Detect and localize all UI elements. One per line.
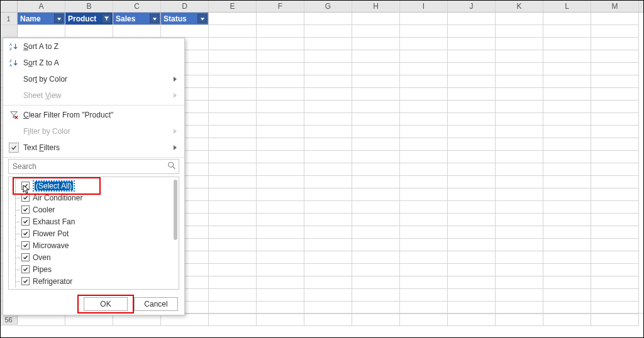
empty-cell[interactable] [257,302,304,314]
empty-cell[interactable] [257,163,304,176]
empty-cell[interactable] [352,176,400,188]
empty-cell[interactable] [352,138,400,151]
empty-cell[interactable] [18,313,65,326]
empty-cell[interactable] [591,302,639,314]
empty-cell[interactable] [257,289,304,302]
empty-cell[interactable] [543,63,591,75]
col-header[interactable]: M [591,0,639,12]
empty-cell[interactable] [304,239,352,251]
empty-cell[interactable] [591,151,639,163]
empty-cell[interactable] [257,50,304,63]
empty-cell[interactable] [18,25,65,38]
empty-cell[interactable] [400,50,448,63]
empty-cell[interactable] [448,126,496,138]
empty-cell[interactable] [113,313,161,326]
empty-cell[interactable] [257,264,304,276]
filter-value-item[interactable]: Pipes [11,263,179,275]
empty-cell[interactable] [496,126,543,138]
empty-cell[interactable] [496,276,543,289]
empty-cell[interactable] [543,25,591,38]
empty-cell[interactable] [448,188,496,201]
header-cell-product[interactable]: Product [65,13,113,25]
empty-cell[interactable] [591,276,639,289]
empty-cell[interactable] [400,25,448,38]
empty-cell[interactable] [352,201,400,214]
empty-cell[interactable] [400,276,448,289]
empty-cell[interactable] [352,151,400,163]
empty-cell[interactable] [304,101,352,113]
col-header[interactable]: E [209,0,257,12]
empty-cell[interactable] [543,214,591,226]
empty-cell[interactable] [209,101,257,113]
empty-cell[interactable] [591,88,639,101]
empty-cell[interactable] [448,302,496,314]
empty-cell[interactable] [304,25,352,38]
select-all-corner[interactable] [0,0,18,12]
empty-cell[interactable] [257,201,304,214]
empty-cell[interactable] [496,25,543,38]
empty-cell[interactable] [304,113,352,126]
empty-cell[interactable] [543,176,591,188]
empty-cell[interactable] [448,239,496,251]
empty-cell[interactable] [257,151,304,163]
empty-cell[interactable] [496,264,543,276]
empty-cell[interactable] [209,264,257,276]
empty-cell[interactable] [257,75,304,88]
empty-cell[interactable] [304,88,352,101]
empty-cell[interactable] [209,251,257,264]
empty-cell[interactable] [400,75,448,88]
empty-cell[interactable] [448,251,496,264]
empty-cell[interactable] [543,302,591,314]
empty-cell[interactable] [304,13,352,25]
empty-cell[interactable] [591,214,639,226]
empty-cell[interactable] [448,201,496,214]
empty-cell[interactable] [543,151,591,163]
empty-cell[interactable] [591,38,639,50]
empty-cell[interactable] [352,214,400,226]
empty-cell[interactable] [257,13,304,25]
empty-cell[interactable] [352,289,400,302]
empty-cell[interactable] [352,101,400,113]
empty-cell[interactable] [496,138,543,151]
empty-cell[interactable] [209,13,257,25]
empty-cell[interactable] [400,289,448,302]
empty-cell[interactable] [304,188,352,201]
empty-cell[interactable] [591,239,639,251]
empty-cell[interactable] [352,126,400,138]
empty-cell[interactable] [257,313,304,326]
empty-cell[interactable] [161,313,209,326]
empty-cell[interactable] [161,25,209,38]
empty-cell[interactable] [496,50,543,63]
empty-cell[interactable] [543,126,591,138]
empty-cell[interactable] [400,214,448,226]
empty-cell[interactable] [113,25,161,38]
empty-cell[interactable] [543,276,591,289]
empty-cell[interactable] [65,313,113,326]
empty-cell[interactable] [352,163,400,176]
empty-cell[interactable] [352,113,400,126]
empty-cell[interactable] [448,276,496,289]
scrollbar-thumb[interactable] [174,180,177,240]
empty-cell[interactable] [591,75,639,88]
col-header[interactable]: A [18,0,65,12]
empty-cell[interactable] [591,101,639,113]
empty-cell[interactable] [448,264,496,276]
empty-cell[interactable] [496,302,543,314]
checkbox-icon[interactable] [21,253,30,261]
empty-cell[interactable] [400,251,448,264]
empty-cell[interactable] [304,289,352,302]
empty-cell[interactable] [448,176,496,188]
empty-cell[interactable] [209,302,257,314]
header-cell-status[interactable]: Status [161,13,209,25]
checkbox-icon[interactable] [21,277,30,285]
empty-cell[interactable] [400,176,448,188]
empty-cell[interactable] [304,163,352,176]
empty-cell[interactable] [352,239,400,251]
empty-cell[interactable] [496,176,543,188]
empty-cell[interactable] [352,50,400,63]
empty-cell[interactable] [496,13,543,25]
empty-cell[interactable] [400,226,448,239]
col-header[interactable]: H [352,0,400,12]
checkbox-icon[interactable] [21,205,30,214]
empty-cell[interactable] [496,38,543,50]
